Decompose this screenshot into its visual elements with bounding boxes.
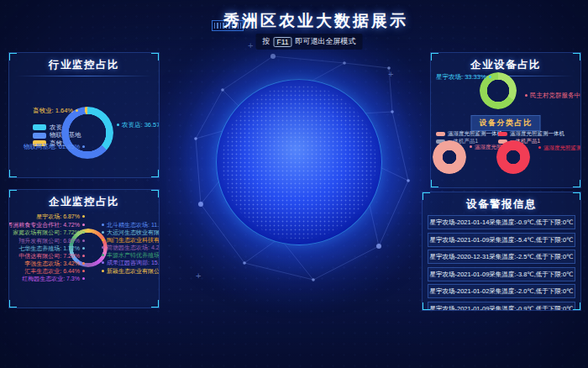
donut-label: 成果江园咨询部: 15.02% <box>102 259 160 267</box>
alarm-row: 星宇农场-2021-01-14采集温度:-0.9℃,低于下限:0℃ <box>428 215 575 229</box>
donut-label: 家庭农场有限公司: 7.72% <box>13 229 85 237</box>
device-category-title: 设备分类占比 <box>471 115 541 131</box>
donut-label: 农资店: 36.57% <box>117 121 160 129</box>
legend-item[interactable]: 温湿度光照监测一体机 <box>498 130 564 138</box>
f11-key-badge: F11 <box>273 37 291 47</box>
globe-dot-map <box>222 85 376 239</box>
panel-title: 设备警报信息 <box>423 192 580 212</box>
legend-label: 温湿度光照监测一体机 <box>448 130 502 138</box>
donut-label: 物联网基地: 61.85% <box>24 143 85 151</box>
legend-label: 温湿度光照监测一体机 <box>510 130 564 138</box>
legend-swatch <box>436 132 445 136</box>
category-donut-right[interactable] <box>496 140 530 174</box>
legend-swatch <box>498 132 507 136</box>
donut-label: 星宇农场: 6.87% <box>36 213 85 221</box>
alarm-row: 星宇农场-2021-01-09采集温度:-5.4℃,低于下限:0℃ <box>428 233 575 247</box>
enterprise-monitor-panel: 企业监控占比 星宇农场: 6.87% 秀洲粮食专业合作社: 4.72% 家庭农场… <box>8 189 160 308</box>
fullscreen-hint: 按 F11 即可退出全屏模式 <box>255 34 362 50</box>
donut-label: 民主村党群服务中心 <box>525 92 581 100</box>
panel-title: 行业监控占比 <box>9 53 159 72</box>
plus-decoration: + <box>388 69 393 79</box>
donut-label: 温湿度光照监测一... <box>538 145 581 152</box>
donut-label: 畜牧业: 1.64% <box>33 107 78 115</box>
category-donut-left[interactable] <box>433 140 466 174</box>
hint-suffix: 即可退出全屏模式 <box>296 36 356 47</box>
title-divider <box>16 76 152 76</box>
alarm-row: 星宇农场-2021-01-09采集温度:-3.8℃,低于下限:0℃ <box>428 267 575 281</box>
globe-visualization <box>216 79 382 245</box>
donut-label: 红梅园生态农业: 7.3% <box>22 275 85 283</box>
industry-monitor-panel: 行业监控占比 农资店 物联网基地 畜牧业 畜牧业: 1.64% 农资店: 36.… <box>8 52 160 178</box>
legend-item[interactable]: 温湿度光照监测一体机 <box>436 130 502 138</box>
panel-title: 企业设备占比 <box>431 53 580 72</box>
page-title: 秀洲区农业大数据展示 <box>44 10 588 32</box>
plus-decoration: + <box>248 40 253 50</box>
device-alarm-panel: 设备警报信息 星宇农场-2021-01-14采集温度:-0.9℃,低于下限:0℃… <box>422 192 581 311</box>
alarm-row: 星宇农场-2021-01-02采集温度:-2.0℃,低于下限:0℃ <box>428 284 575 298</box>
enterprise-device-panel: 企业设备占比 星宇农场: 33.33% 民主村党群服务中心 设备分类占比 温湿度… <box>430 52 581 188</box>
hint-prefix: 按 <box>262 36 270 47</box>
legend-swatch <box>33 124 46 130</box>
donut-label: 新颖生态农业有限公司: 6.87 <box>102 267 160 276</box>
dashboard-screen: + + + 秀洲区农业大数据展示 按 F11 即可退出全屏模式 行业监控占比 农… <box>0 0 588 368</box>
alarm-row: 星宇农场-2020-12-31采集温度:-2.5℃,低于下限:0℃ <box>428 250 575 264</box>
legend-swatch <box>33 133 46 139</box>
panel-title: 企业监控占比 <box>9 190 159 209</box>
alarm-row: 星宇农场-2021-01-09采集温度:-0.9℃,低于下限:0℃ <box>428 302 575 312</box>
donut-label: 星宇农场: 33.33% <box>436 73 491 81</box>
plus-decoration: + <box>196 271 201 281</box>
alarm-list[interactable]: 星宇农场-2021-01-14采集温度:-0.9℃,低于下限:0℃ 星宇农场-2… <box>423 215 580 311</box>
